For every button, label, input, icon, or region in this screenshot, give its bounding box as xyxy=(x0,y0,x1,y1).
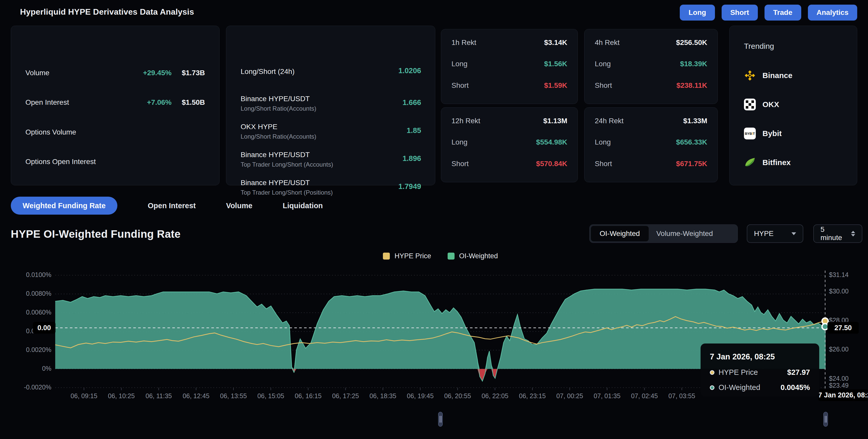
short-button[interactable]: Short xyxy=(722,5,758,21)
long-button[interactable]: Long xyxy=(680,5,715,21)
stat-change: +7.06% xyxy=(147,97,172,108)
rekt-short-label: Short xyxy=(452,82,469,89)
symbol-select[interactable]: HYPE xyxy=(747,224,803,243)
interval-select[interactable]: 5 minute xyxy=(813,224,862,243)
ratio-label: Long/Short (24h) xyxy=(241,67,421,76)
section-title: HYPE OI-Weighted Funding Rate xyxy=(11,228,181,240)
rekt-short-value: $671.75K xyxy=(676,159,707,169)
bitfinex-icon xyxy=(744,157,756,168)
header-buttons: Long Short Trade Analytics xyxy=(680,5,857,21)
ratio-value: 1.896 xyxy=(402,154,421,163)
trending-name: Bitfinex xyxy=(763,158,791,167)
chevron-down-icon xyxy=(792,232,796,235)
stat-label: Options Volume xyxy=(25,128,76,136)
rekt-title: 24h Rekt xyxy=(595,117,623,125)
market-stats-card: Volume +29.45% $1.73B Open Interest +7.0… xyxy=(11,26,220,185)
legend-hype-price[interactable]: HYPE Price xyxy=(383,252,431,260)
current-left-axis-badge: 0.00 xyxy=(33,322,56,334)
stat-value: $1.73B xyxy=(182,67,205,79)
stat-row-open-interest: Open Interest +7.06% $1.50B xyxy=(25,97,205,108)
stat-row-options-open-interest: Options Open Interest xyxy=(25,156,205,167)
rekt-long-label: Long xyxy=(595,138,611,146)
trending-item-okx[interactable]: OKX xyxy=(744,99,779,111)
stat-row-volume: Volume +29.45% $1.73B xyxy=(25,67,205,79)
right-axis-tick: $24.00 xyxy=(829,375,867,382)
tooltip-row-oi: OI-Weighted 0.0045% xyxy=(710,383,810,392)
rekt-card-12h: 12h Rekt$1.13M Long$554.98K Short$570.84… xyxy=(441,107,578,182)
stat-value: $1.50B xyxy=(182,97,205,108)
toggle-oi-weighted[interactable]: OI-Weighted xyxy=(591,226,649,241)
rekt-long-value: $656.33K xyxy=(676,137,707,147)
x-axis-tick: 07, 03:55 xyxy=(659,392,705,400)
rekt-long-value: $1.56K xyxy=(544,59,567,69)
right-axis-tick: $31.14 xyxy=(829,271,867,279)
tab-weighted-funding-rate[interactable]: Weighted Funding Rate xyxy=(11,197,117,215)
ratio-sublabel: Top Trader Long/Short (Positions) xyxy=(241,189,421,196)
trending-name: Bybit xyxy=(763,129,782,138)
rekt-total: $1.33M xyxy=(683,116,707,126)
current-right-axis-badge: 27.50 xyxy=(828,322,859,334)
ratio-sublabel: Long/Short Ratio(Accounts) xyxy=(241,105,421,112)
rekt-short-label: Short xyxy=(595,160,612,168)
interval-select-value: 5 minute xyxy=(820,225,845,242)
ratio-value: 1.7949 xyxy=(398,182,421,191)
price-dot-icon xyxy=(710,370,714,375)
tab-volume[interactable]: Volume xyxy=(226,201,252,210)
trending-name: Binance xyxy=(763,71,793,80)
ratio-value: 1.0206 xyxy=(398,66,421,75)
weighting-toggle: OI-Weighted Volume-Weighted xyxy=(589,224,738,243)
legend-swatch xyxy=(447,253,455,259)
legend-label: HYPE Price xyxy=(395,252,431,260)
oi-dot-icon xyxy=(710,385,714,390)
rekt-long-value: $18.39K xyxy=(680,59,707,69)
rekt-short-label: Short xyxy=(452,160,469,168)
trending-title: Trending xyxy=(744,42,774,51)
rekt-total: $1.13M xyxy=(544,116,567,126)
legend-swatch xyxy=(383,253,390,259)
right-axis-tick: $30.00 xyxy=(829,287,867,295)
trending-item-bybit[interactable]: BYBIT Bybit xyxy=(744,128,782,139)
rekt-long-label: Long xyxy=(595,60,611,68)
tooltip-label: OI-Weighted xyxy=(718,383,760,392)
left-axis-tick: 0.0060% xyxy=(0,309,51,316)
tooltip-label: HYPE Price xyxy=(718,368,758,377)
rekt-long-label: Long xyxy=(452,138,467,146)
right-axis-tick: $26.00 xyxy=(829,346,867,353)
stat-label: Volume xyxy=(25,69,49,77)
tab-liquidation[interactable]: Liquidation xyxy=(283,201,323,210)
ratio-value: 1.666 xyxy=(402,98,421,107)
tooltip-time: 7 Jan 2026, 08:25 xyxy=(710,352,810,362)
toggle-volume-weighted[interactable]: Volume-Weighted xyxy=(649,226,721,241)
tab-open-interest[interactable]: Open Interest xyxy=(148,201,196,210)
trade-button[interactable]: Trade xyxy=(765,5,801,21)
rekt-card-4h: 4h Rekt$256.50K Long$18.39K Short$238.11… xyxy=(584,29,718,104)
ratio-sublabel: Top Trader Long/Short (Accounts) xyxy=(241,161,421,168)
tooltip-value: 0.0045% xyxy=(781,383,810,392)
chart-tabs: Weighted Funding Rate Open Interest Volu… xyxy=(11,197,323,215)
navigator-left-handle[interactable] xyxy=(438,412,443,427)
analytics-button[interactable]: Analytics xyxy=(808,5,858,21)
stat-change: +29.45% xyxy=(143,67,172,79)
left-axis-tick: 0.0080% xyxy=(0,290,51,297)
rekt-total: $3.14K xyxy=(544,37,567,48)
chart-tooltip: 7 Jan 2026, 08:25 HYPE Price $27.97 OI-W… xyxy=(701,344,819,397)
page-title: Hyperliquid HYPE Derivatives Data Analys… xyxy=(20,7,194,17)
left-axis-tick: 0.0100% xyxy=(0,271,51,279)
trending-item-bitfinex[interactable]: Bitfinex xyxy=(744,157,791,168)
binance-icon xyxy=(744,69,756,82)
tooltip-value: $27.97 xyxy=(787,368,810,377)
trending-item-binance[interactable]: Binance xyxy=(744,69,793,82)
long-short-ratio-card: Long/Short (24h) 1.0206 Binance HYPE/USD… xyxy=(226,26,435,185)
rekt-title: 1h Rekt xyxy=(452,38,476,46)
left-axis-tick: 0.0020% xyxy=(0,346,51,353)
navigator-right-handle[interactable] xyxy=(823,412,828,427)
ratio-label: Binance HYPE/USDT xyxy=(241,95,421,103)
spinner-icon xyxy=(851,231,855,237)
legend-oi-weighted[interactable]: OI-Weighted xyxy=(447,252,498,260)
ratio-row: OKX HYPE Long/Short Ratio(Accounts) 1.85 xyxy=(241,123,421,140)
rekt-short-value: $1.59K xyxy=(544,81,567,91)
symbol-select-value: HYPE xyxy=(754,229,774,238)
rekt-title: 12h Rekt xyxy=(452,117,480,125)
rekt-short-value: $570.84K xyxy=(536,159,567,169)
stat-row-options-volume: Options Volume xyxy=(25,127,205,138)
